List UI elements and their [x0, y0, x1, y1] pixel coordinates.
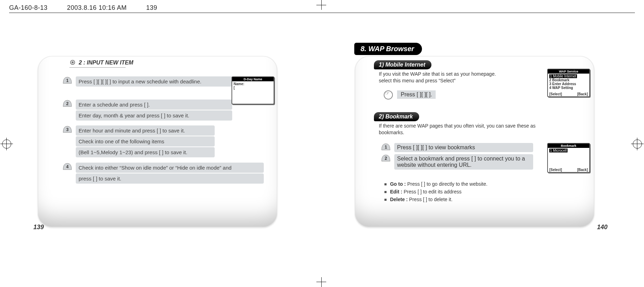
step-text: Check into either “Show on idle mode” or…	[79, 165, 232, 171]
sec1-intro: If you visit the WAP site that is set as…	[379, 71, 533, 84]
lcd-cursor: [	[234, 86, 272, 90]
lcd-item: 2 Bookmark	[549, 78, 588, 82]
step-badge-3: 3	[62, 125, 72, 133]
step-text: press [ ] to save it.	[79, 176, 121, 182]
crop-mark	[316, 5, 326, 5]
section-underline	[69, 67, 126, 68]
svg-text:3: 3	[66, 127, 69, 132]
lcd-softkey: [Select]	[549, 168, 562, 172]
lcd-item: 1 Microcell	[549, 149, 568, 152]
goto-row: Go to : Press [ ] to go directly to the …	[384, 181, 488, 187]
print-header: GA-160-8-13 2003.8.16 10:16 AM 139	[9, 4, 157, 12]
lcd-softkey: [Back]	[577, 168, 588, 172]
step-badge-1: 1	[62, 76, 72, 84]
lcd-title: Bookmark	[548, 144, 589, 148]
lcd-softkey: [Back]	[577, 92, 588, 96]
lcd-title: WAP Service	[548, 69, 589, 74]
step-row: 2 Select a bookmark and press [ ] to con…	[381, 154, 542, 170]
lcd-item: 3 Enter Address	[549, 82, 588, 86]
bullet-icon	[70, 60, 75, 65]
svg-text:1: 1	[385, 145, 387, 150]
hand-icon	[384, 90, 393, 100]
step-badge-2: 2	[62, 100, 72, 107]
lcd-name-label: Name:	[234, 82, 272, 86]
lcd-bookmark: Bookmark 1 Microcell [Select] [Back]	[547, 143, 590, 173]
step-row: 4 Check into either “Show on idle mode” …	[62, 163, 259, 184]
lcd-softkey: [Select]	[549, 92, 562, 96]
step-text: Enter hour and minute and press [ ] to s…	[79, 128, 185, 134]
edit-row: Edit : Press [ ] to edit its address	[384, 189, 462, 195]
delete-row: Delete : Press [ ] to delete it.	[384, 196, 452, 203]
step-text: (Bell 1~5,Melody 1~23) and press [ ] to …	[79, 149, 187, 155]
step-badge-4: 4	[62, 163, 72, 170]
step-text: Enter day, month & year and press [ ] to…	[79, 112, 189, 118]
header-rule	[9, 13, 635, 13]
sec1-press-row: Press [ ][ ][ ].	[384, 90, 436, 100]
crop-mark	[2, 139, 11, 149]
page-spread: { "header": { "print_line": "GA-160-8-13…	[0, 0, 644, 287]
step-badge-1: 1	[381, 143, 391, 151]
step-text: Enter a schedule and press [ ].	[79, 102, 150, 108]
sec2-intro: If there are some WAP pages that you oft…	[379, 123, 544, 136]
bullet-square-icon	[384, 199, 387, 201]
lcd-wap-service: WAP Service 1 Mobile Internet 2 Bookmark…	[547, 69, 590, 97]
page-number-left: 139	[33, 224, 44, 231]
step-text: Check into one of the following items	[79, 138, 164, 144]
step-text: Press [ ][ ][ ] to view bookmarks	[397, 144, 475, 150]
step-row: 2 Enter a schedule and press [ ]. Enter …	[62, 100, 259, 121]
section-title: 2 : INPUT NEW ITEM	[70, 60, 133, 66]
chapter-heading: 8. WAP Browser	[354, 43, 422, 55]
section1-heading: 1) Mobile Internet	[374, 60, 431, 69]
crop-mark	[321, 277, 322, 287]
step-text: Press [ ][ ][ ][ ] to input a new schedu…	[79, 78, 201, 84]
lcd-item: 4 WAP Setting	[549, 86, 588, 90]
crop-mark	[633, 139, 642, 149]
lcd-item: 1 Mobile Internet	[549, 74, 577, 78]
section2-heading: 2) Bookmark	[374, 112, 419, 121]
step-badge-2: 2	[381, 154, 391, 162]
page-number-right: 140	[597, 224, 608, 231]
bullet-square-icon	[384, 183, 387, 185]
bullet-square-icon	[384, 191, 387, 193]
step-row: 1 Press [ ][ ][ ] to view bookmarks	[381, 143, 542, 152]
step-row: 3 Enter hour and minute and press [ ] to…	[62, 125, 259, 157]
svg-text:2: 2	[385, 156, 387, 161]
lcd-dday: D-Day Name Name: [	[232, 76, 274, 104]
svg-text:4: 4	[66, 164, 69, 169]
svg-text:2: 2	[66, 101, 69, 106]
lcd-title: D-Day Name	[232, 77, 274, 81]
step-text: Select a bookmark and press [ ] to conne…	[397, 156, 525, 168]
crop-mark	[316, 282, 326, 282]
press-text: Press [ ][ ][ ].	[401, 91, 432, 97]
step-row: 1 Press [ ][ ][ ][ ] to input a new sche…	[62, 76, 259, 87]
svg-text:1: 1	[66, 78, 69, 83]
